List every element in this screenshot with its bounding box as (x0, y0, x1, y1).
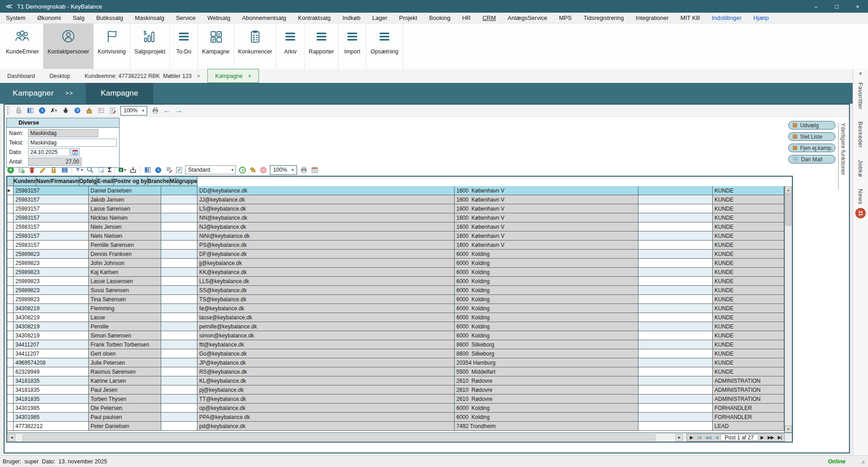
cell-branche[interactable] (638, 213, 713, 222)
cell-opfolg[interactable] (161, 340, 197, 349)
column-header[interactable]: Navn/Firmanavn (36, 177, 79, 186)
cell-postnr[interactable]: 6000 Kolding (455, 286, 638, 295)
cell-branche[interactable] (638, 268, 713, 277)
columns-compact-icon[interactable] (144, 166, 151, 174)
menu-item[interactable]: AnlægsService (502, 13, 553, 23)
cell-navn[interactable]: Flemming (89, 304, 161, 313)
row-selector[interactable]: ▶ (7, 304, 14, 313)
cell-branche[interactable] (638, 376, 713, 385)
cell-kundenr[interactable]: 34308219 (14, 322, 89, 331)
menu-item[interactable]: Abonnementsalg (236, 13, 292, 23)
menu-item[interactable]: Integrationer (630, 13, 675, 23)
cell-branche[interactable] (638, 349, 713, 358)
cell-postnr[interactable]: 5500 Middelfart (455, 367, 638, 376)
cell-postnr[interactable]: 6000 Kolding (455, 413, 638, 422)
tab-desktop[interactable]: Desktop (42, 69, 77, 83)
cell-branche[interactable] (638, 295, 713, 304)
cell-email[interactable]: pernille@keybalance.dk (197, 322, 455, 331)
cell-kundenr[interactable]: 34308219 (14, 331, 89, 340)
cell-kundenr[interactable]: 34181835 (14, 376, 89, 385)
row-selector[interactable]: ▶ (7, 277, 14, 286)
cell-maalgruppe[interactable]: KUNDE (713, 186, 784, 195)
cell-navn[interactable]: Pernille (89, 322, 161, 331)
cell-maalgruppe[interactable]: LEAD (713, 422, 784, 431)
minimize-button[interactable]: – (806, 0, 826, 13)
table-row[interactable]: ▶ 25983157 Nicklas Nielsen NN@keybalance… (7, 213, 784, 222)
cell-maalgruppe[interactable]: KUNDE (713, 204, 784, 213)
cell-opfolg[interactable] (161, 413, 197, 422)
cell-maalgruppe[interactable]: KUNDE (713, 195, 784, 204)
calendar-icon[interactable] (311, 166, 319, 174)
table-row[interactable]: ▶ 62328949 Rasmus Sørensen RS@keybalance… (7, 367, 784, 376)
cell-maalgruppe[interactable]: KUNDE (713, 213, 784, 222)
cell-postnr[interactable]: 2610 Rødovre (455, 385, 638, 395)
cell-maalgruppe[interactable]: KUNDE (713, 250, 784, 259)
side-panel-tab[interactable]: Favoritter (857, 82, 864, 110)
cell-email[interactable]: LLS@keybalance.dk (197, 277, 455, 286)
cell-opfolg[interactable] (161, 385, 197, 395)
cell-maalgruppe[interactable]: KUNDE (713, 367, 784, 376)
row-selector[interactable]: ▶ (7, 241, 14, 250)
menu-item[interactable]: Tidsregistrering (578, 13, 630, 23)
cell-maalgruppe[interactable]: KUNDE (713, 349, 784, 358)
cell-postnr[interactable]: 1600 København V (455, 241, 638, 250)
cell-postnr[interactable]: 6000 Kolding (455, 322, 638, 331)
cell-kundenr[interactable]: 25983157 (14, 231, 89, 241)
cell-email[interactable]: simon@keybalance.dk (197, 331, 455, 340)
cell-opfolg[interactable] (161, 322, 197, 331)
menu-item[interactable]: Booking (423, 13, 456, 23)
side-panel-tab[interactable]: Beskeder (857, 121, 864, 148)
archive-box-icon[interactable] (85, 107, 93, 115)
cell-email[interactable]: ftt@keybalance.dk (197, 340, 455, 349)
close-icon[interactable]: × (248, 73, 251, 79)
cell-navn[interactable]: Dennis Franksen (89, 250, 161, 259)
row-selector[interactable]: ▶ (7, 250, 14, 259)
cell-kundenr[interactable]: 25989823 (14, 286, 89, 295)
add-circle-icon[interactable]: + (239, 167, 246, 173)
navn-field[interactable]: Maskindag (28, 129, 98, 137)
menu-item[interactable]: Projekt (393, 13, 423, 23)
table-row[interactable]: ▶ 25989823 Lasse Lassensen LLS@keybalanc… (7, 277, 784, 286)
menu-item[interactable]: Hjælp (748, 13, 775, 23)
cell-postnr[interactable]: 1600 København V (455, 231, 638, 241)
row-selector[interactable]: ▶ (7, 195, 14, 204)
ribbon-item-kortvisning[interactable]: Kortvisning (94, 24, 130, 69)
menu-item[interactable]: MPS (553, 13, 578, 23)
cell-email[interactable]: KL@keybalance.dk (197, 376, 455, 385)
ribbon-item-rapporter[interactable]: Rapporter (305, 24, 339, 69)
menu-item[interactable]: Økonomi (31, 13, 67, 23)
cell-navn[interactable]: Peter Danielsen (89, 422, 161, 431)
table-row[interactable]: ▶ 25983157 Pernille Sørensen PS@keybalan… (7, 241, 784, 250)
cell-email[interactable]: TT@keybalance.dk (197, 395, 455, 404)
cell-email[interactable]: Go@keybalance.dk (197, 349, 455, 358)
cell-navn[interactable]: Ole Petersen (89, 404, 161, 413)
cell-branche[interactable] (638, 385, 713, 395)
cell-navn[interactable]: John Johnson (89, 259, 161, 268)
edit-list-icon[interactable] (165, 166, 173, 174)
cell-navn[interactable]: Pernille Sørensen (89, 241, 161, 250)
tab-kundeemne[interactable]: Kundeemne: 477382212 RBK Møbler 123 × (77, 69, 207, 83)
cell-maalgruppe[interactable]: KUNDE (713, 322, 784, 331)
print-icon[interactable] (151, 107, 159, 115)
cell-navn[interactable]: Rasmus Sørensen (89, 367, 161, 376)
close-icon[interactable]: × (197, 73, 200, 79)
cell-maalgruppe[interactable]: ADMINISTRATION (713, 376, 784, 385)
cell-opfolg[interactable] (161, 313, 197, 322)
calendar-picker-icon[interactable] (71, 148, 80, 156)
table-row[interactable]: ▶ 34301985 Ole Petersen op@keybalance.dk… (7, 404, 784, 413)
ribbon-item-kampagne[interactable]: Kampagne (198, 24, 234, 69)
cell-kundenr[interactable]: 25983157 (14, 222, 89, 231)
scrollbar-thumb[interactable] (23, 434, 656, 441)
cell-kundenr[interactable]: 62328949 (14, 367, 89, 376)
cell-branche[interactable] (638, 367, 713, 376)
cell-email[interactable]: JJ@keybalance.dk (197, 195, 455, 204)
tab-kampagne[interactable]: Kampagne × (207, 69, 259, 83)
table-row[interactable]: ▶ 25989823 Tina Sørensen TS@keybalance.d… (7, 295, 784, 304)
cell-navn[interactable]: Lasse Lassensen (89, 277, 161, 286)
cell-kundenr[interactable]: 25983157 (14, 195, 89, 204)
cell-branche[interactable] (638, 322, 713, 331)
cell-navn[interactable]: Gert olsen (89, 349, 161, 358)
row-selector[interactable]: ▶ (7, 322, 14, 331)
table-row[interactable]: ▶ 34308219 Pernille pernille@keybalance.… (7, 322, 784, 331)
menu-item[interactable]: Kontraktsalg (292, 13, 336, 23)
